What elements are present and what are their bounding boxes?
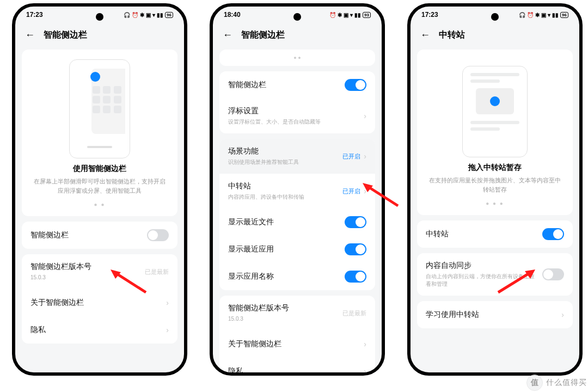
back-icon[interactable]: ← [25,29,35,41]
row-recent-apps[interactable]: 显示最近应用 [219,236,375,263]
row-label: 显示应用名称 [228,272,341,281]
wifi-icon: ▾ [548,12,550,18]
row-subtitle: 内容跨应用、跨设备中转和传输 [228,193,339,201]
row-relay-station[interactable]: 中转站 内容跨应用、跨设备中转和传输 已开启› [219,174,375,209]
page-title: 中转站 [439,29,465,41]
toggle-smart-sidebar[interactable] [147,229,169,241]
chevron-right-icon: › [364,152,366,161]
enabled-badge: 已开启 [342,152,360,161]
page-indicator: ● ● [219,50,375,66]
row-privacy[interactable]: 隐私 › [219,358,375,376]
row-label: 智能侧边栏版本号 [30,262,142,272]
hero-desc: 在支持的应用里长按并拖拽图片、文本等内容至中转站暂存 [427,176,563,194]
back-icon[interactable]: ← [420,29,430,41]
row-scene-features[interactable]: 场景功能 识别使用场景并推荐智能工具 已开启› [219,139,375,174]
row-float-settings[interactable]: 浮标设置 设置浮标位置、大小、是否自动隐藏等 › [219,99,375,133]
page-indicator: ● ● [32,201,168,207]
back-icon[interactable]: ← [223,29,232,41]
camera-notch [96,13,103,21]
row-about[interactable]: 关于智能侧边栏 › [22,289,177,316]
row-label: 内容自动同步 [426,261,539,271]
hd-icon: ▣ [541,12,546,18]
status-time: 18:40 [224,11,241,19]
screenshot-canvas: 17:23 🎧 ⏰ ✱ ▣ ▾ ▮▮ 96 ← 智能侧边栏 [0,0,588,392]
row-app-names[interactable]: 显示应用名称 [219,263,375,290]
row-relay-station[interactable]: 中转站 [417,220,573,248]
page-header: ← 智能侧边栏 [15,23,184,50]
row-privacy[interactable]: 隐私 › [22,316,177,344]
headphone-icon: 🎧 [124,12,130,18]
row-label: 智能侧边栏 [30,230,144,240]
row-label: 中转站 [228,181,339,191]
status-time: 17:23 [26,11,43,19]
row-subtitle: 自动上传内容到云端，方便你在所有设备上查看和管理 [426,273,539,288]
row-label: 隐私 [228,366,360,376]
toggle-recent-apps[interactable] [345,243,366,255]
chevron-right-icon: › [364,367,366,376]
page-indicator: ● ● ● [427,200,563,206]
wifi-icon: ▾ [350,12,353,18]
row-label: 中转站 [426,229,539,239]
row-label: 学习使用中转站 [426,310,558,320]
status-icons: ⏰ ✱ ▣ ▾ ▮▮ 93 [329,12,371,18]
alarm-icon: ⏰ [527,12,534,18]
alarm-icon: ⏰ [132,12,138,18]
watermark-text: 什么值得买 [546,378,587,388]
bluetooth-icon: ✱ [338,12,342,18]
row-label: 场景功能 [228,146,339,156]
toggle-auto-sync[interactable] [542,268,564,280]
toggle-app-names[interactable] [345,271,366,283]
version-value: 15.0.3 [228,315,339,323]
latest-badge: 已是最新 [342,309,366,317]
row-smart-sidebar[interactable]: 智能侧边栏 [219,71,375,99]
signal-icon: ▮▮ [157,12,163,18]
alarm-icon: ⏰ [329,12,336,18]
watermark-icon: 值 [526,375,543,391]
page-header: ← 中转站 [411,23,579,50]
chevron-right-icon: › [166,298,169,307]
row-learn-relay[interactable]: 学习使用中转站 › [417,301,573,328]
row-version[interactable]: 智能侧边栏版本号 15.0.3 已是最新 [219,296,375,330]
hero-illustration [69,59,130,158]
signal-icon: ▮▮ [354,12,361,18]
row-auto-sync[interactable]: 内容自动同步 自动上传内容到云端，方便你在所有设备上查看和管理 [417,253,573,296]
row-label: 智能侧边栏 [228,80,341,90]
row-label: 关于智能侧边栏 [30,298,163,308]
row-smart-sidebar[interactable]: 智能侧边栏 [22,222,177,249]
bluetooth-icon: ✱ [140,12,144,18]
battery-icon: 96 [165,12,173,18]
phone-2: 18:40 ⏰ ✱ ▣ ▾ ▮▮ 93 ← 智能侧边栏 ● ● 智能侧边栏 [210,3,385,376]
page-header: ← 智能侧边栏 [213,23,382,50]
bluetooth-icon: ✱ [535,12,540,18]
hd-icon: ▣ [146,12,151,18]
enabled-badge: 已开启 [342,187,360,195]
hero-card: 使用智能侧边栏 在屏幕上半部侧滑即可呼出智能侧边栏，支持开启应用浮窗或分屏、使用… [22,50,177,216]
page-title: 智能侧边栏 [44,29,87,41]
hero-title: 拖入中转站暂存 [427,163,563,173]
row-recent-files[interactable]: 显示最近文件 [219,209,375,236]
page-title: 智能侧边栏 [241,29,285,41]
row-version[interactable]: 智能侧边栏版本号 15.0.3 已是最新 [22,254,177,289]
version-value: 15.0.3 [30,274,142,281]
camera-notch [293,13,301,21]
row-subtitle: 识别使用场景并推荐智能工具 [228,158,339,166]
toggle-smart-sidebar[interactable] [345,79,366,91]
battery-icon: 96 [560,12,568,18]
wifi-icon: ▾ [152,12,155,18]
hero-title: 使用智能侧边栏 [32,164,168,174]
status-icons: 🎧 ⏰ ✱ ▣ ▾ ▮▮ 96 [519,12,568,18]
row-label: 显示最近文件 [228,217,341,227]
hero-card: 拖入中转站暂存 在支持的应用里长按并拖拽图片、文本等内容至中转站暂存 ● ● ● [417,50,573,215]
toggle-relay-station[interactable] [542,228,564,240]
headphone-icon: 🎧 [519,12,525,18]
phone-1: 17:23 🎧 ⏰ ✱ ▣ ▾ ▮▮ 96 ← 智能侧边栏 [12,3,187,376]
hero-dots-card: ● ● [219,50,375,66]
watermark: 值 什么值得买 [526,375,587,391]
hero-desc: 在屏幕上半部侧滑即可呼出智能侧边栏，支持开启应用浮窗或分屏、使用智能工具 [32,177,168,195]
hero-illustration [462,66,528,157]
battery-icon: 93 [363,12,371,18]
toggle-recent-files[interactable] [345,216,366,228]
row-about[interactable]: 关于智能侧边栏 › [219,330,375,358]
chevron-right-icon: › [364,112,366,120]
row-label: 关于智能侧边栏 [228,339,360,349]
